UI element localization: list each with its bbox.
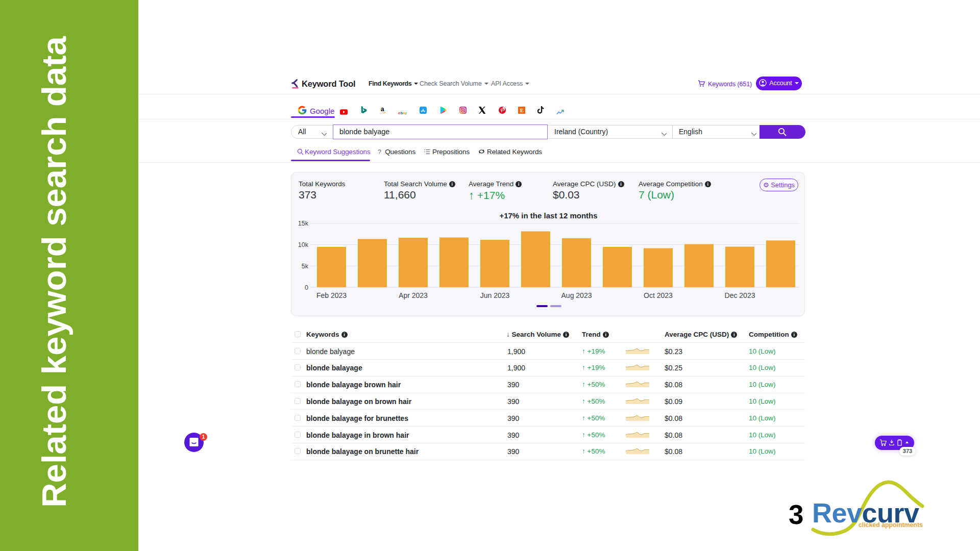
svg-text:Dec 2023: Dec 2023 (725, 291, 755, 299)
svg-text:e: e (398, 111, 400, 115)
svg-text:Apr 2023: Apr 2023 (399, 291, 428, 299)
svg-text:E: E (520, 108, 524, 113)
svg-text:10k: 10k (298, 241, 309, 248)
svg-text:y: y (405, 111, 407, 115)
svg-text:Feb 2023: Feb 2023 (316, 291, 347, 299)
svg-text:Aug 2023: Aug 2023 (561, 291, 592, 299)
svg-text:5k: 5k (302, 263, 309, 270)
svg-text:a: a (381, 106, 384, 113)
svg-text:15k: 15k (298, 220, 309, 227)
svg-text:Jun 2023: Jun 2023 (480, 291, 510, 299)
svg-text:0: 0 (305, 284, 308, 291)
svg-text:Oct 2023: Oct 2023 (644, 291, 673, 299)
